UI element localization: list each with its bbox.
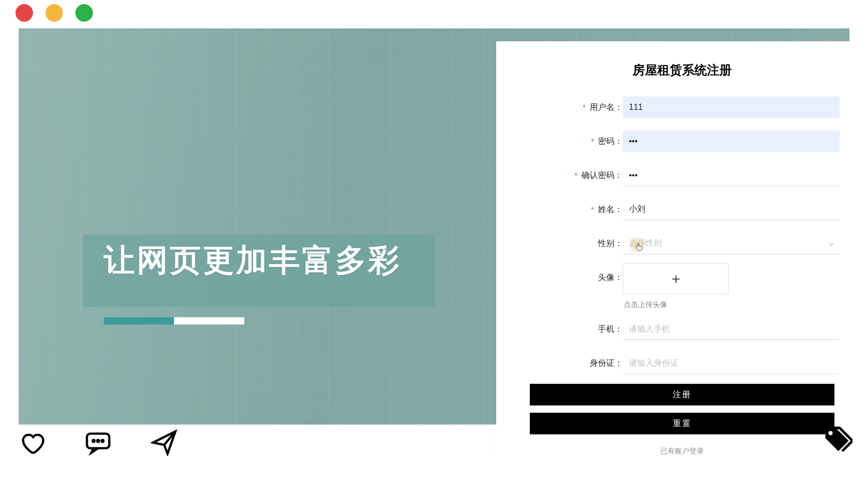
tag-icon[interactable] xyxy=(822,424,853,457)
svg-point-3 xyxy=(102,440,103,442)
avatar-upload-hint: 点击上传头像 xyxy=(623,300,840,310)
register-button[interactable]: 注册 xyxy=(530,384,834,405)
close-dot-icon[interactable] xyxy=(15,4,33,22)
hero-headline: 让网页更加丰富多彩 xyxy=(104,240,401,282)
gender-select[interactable]: 选择性别 xyxy=(623,233,840,254)
zoom-dot-icon[interactable] xyxy=(75,4,93,22)
avatar-label: 头像： xyxy=(598,272,623,283)
password-input[interactable] xyxy=(623,131,840,152)
username-input[interactable] xyxy=(623,96,840,118)
phone-input[interactable] xyxy=(623,318,840,340)
minimize-dot-icon[interactable] xyxy=(45,4,63,22)
password-label: 密码： xyxy=(598,136,623,147)
name-label: 姓名： xyxy=(598,204,623,215)
avatar-upload[interactable]: ＋ xyxy=(623,263,729,294)
carousel-dot-2[interactable] xyxy=(174,317,244,324)
svg-point-2 xyxy=(97,440,99,442)
gender-label: 性别： xyxy=(598,238,623,249)
phone-label: 手机： xyxy=(598,324,623,335)
gender-placeholder: 选择性别 xyxy=(629,238,662,249)
heart-icon[interactable] xyxy=(18,428,46,457)
username-label: 用户名： xyxy=(590,102,623,113)
send-icon[interactable] xyxy=(150,428,179,457)
carousel-dot-1[interactable] xyxy=(104,317,174,324)
login-link[interactable]: 已有账户登录 xyxy=(530,447,834,456)
footer-action-bar xyxy=(18,428,179,457)
confirm-password-input[interactable] xyxy=(623,165,840,186)
chevron-down-icon xyxy=(828,240,834,247)
confirm-password-label: 确认密码： xyxy=(581,170,623,181)
svg-point-1 xyxy=(93,440,94,442)
comment-icon[interactable] xyxy=(84,428,113,457)
form-title: 房屋租赁系统注册 xyxy=(525,62,840,78)
reset-button[interactable]: 重置 xyxy=(530,413,834,434)
register-panel: 房屋租赁系统注册 * 用户名： * 密码： * 确认密码： * 姓名： xyxy=(496,41,868,454)
idcard-label: 身份证： xyxy=(590,358,623,369)
plus-icon: ＋ xyxy=(669,271,683,286)
window-traffic-lights xyxy=(15,4,93,22)
svg-point-4 xyxy=(829,431,833,435)
required-asterisk: * xyxy=(583,103,586,111)
name-input[interactable] xyxy=(623,199,840,220)
carousel-indicators[interactable] xyxy=(104,317,244,324)
idcard-input[interactable] xyxy=(623,352,840,374)
